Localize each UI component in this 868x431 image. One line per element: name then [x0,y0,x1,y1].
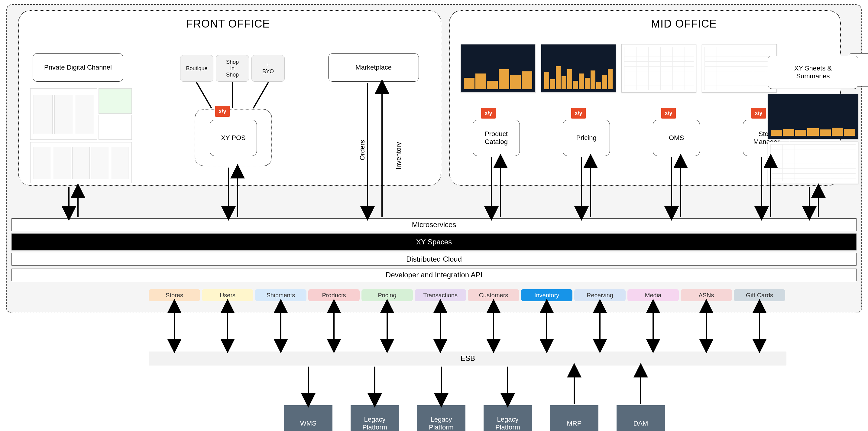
pos-chip-sis-label: Shop in Shop [226,59,239,78]
api-chip-media: Media [627,289,679,301]
mid-thumb-pricing [541,44,616,92]
xy-spaces-layer: XY Spaces [11,233,857,251]
api-chip-receiving: Receiving [574,289,626,301]
pricing-label: Pricing [576,134,596,142]
pricing-card: Pricing [563,120,610,156]
oms-card: OMS [653,120,700,156]
pdc-thumb-3 [98,115,132,140]
system-legacy-platform: Legacy Platform [484,405,532,431]
xy-sheets: XY Sheets & Summaries [768,56,858,89]
system-wms: WMS [284,405,333,431]
pos-chip-boutique: Boutique [180,55,213,82]
api-chip-customers: Customers [468,289,519,301]
xy-tag-catalog: x/y [481,108,496,119]
api-chip-inventory: Inventory [521,289,572,301]
mid-thumb-catalog [461,44,535,92]
microservices-label: Microservices [412,221,456,229]
product-catalog-card: Product Catalog [473,120,520,156]
xy-tag-pos: x/y [215,106,230,117]
distributed-cloud-label: Distributed Cloud [406,255,462,263]
inventory-label: Inventory [395,142,403,170]
xy-pos-card: XY POS [210,120,257,156]
mid-thumb-store [702,44,777,92]
dev-api-layer: Developer and Integration API [11,268,857,281]
xy-tag-oms: x/y [661,108,676,119]
xy-spaces-label: XY Spaces [416,238,452,246]
pdc-thumb-4 [30,142,132,183]
xy-sheets-thumb-1 [768,94,858,139]
microservices-layer: Microservices [11,219,857,231]
private-digital-channel-card: Private Digital Channel [33,53,123,82]
pdc-thumb-1 [30,88,97,140]
mid-office-title: MID OFFICE [651,18,717,30]
api-chip-stores: Stores [149,289,200,301]
orders-label: Orders [359,140,366,160]
front-office-title: FRONT OFFICE [186,18,270,30]
product-catalog-label: Product Catalog [485,130,508,146]
xy-sheets-label: XY Sheets & Summaries [794,64,832,80]
system-legacy-platform: Legacy Platform [350,405,399,431]
mid-thumb-oms [621,44,696,92]
system-legacy-platform: Legacy Platform [417,405,465,431]
pos-chip-shop-in-shop: Shop in Shop [216,55,249,82]
oms-label: OMS [669,134,684,142]
api-chip-shipments: Shipments [255,289,306,301]
system-mrp: MRP [550,405,598,431]
distributed-cloud-layer: Distributed Cloud [11,253,857,265]
marketplace-card: Marketplace [328,53,419,82]
api-chip-pricing: Pricing [362,289,413,301]
dev-api-label: Developer and Integration API [385,271,483,279]
xy-tag-store: x/y [751,108,766,119]
pdc-thumb-2 [98,88,132,114]
system-dam: DAM [617,405,665,431]
api-chip-gift-cards: Gift Cards [734,289,785,301]
private-digital-channel-label: Private Digital Channel [44,63,112,71]
api-chip-asns: ASNs [681,289,732,301]
xy-tag-pricing: x/y [571,108,586,119]
marketplace-label: Marketplace [355,63,392,71]
xy-pos-label: XY POS [221,134,246,142]
esb-layer: ESB [149,351,787,366]
xy-sheets-thumb-2 [768,142,858,184]
api-chip-transactions: Transactions [415,289,466,301]
api-chip-products: Products [308,289,360,301]
pos-chip-byo-label: + BYO [262,62,274,75]
api-chips-row: StoresUsersShipmentsProductsPricingTrans… [149,289,785,301]
pos-chip-byo: + BYO [251,55,285,82]
api-chip-users: Users [202,289,253,301]
esb-label: ESB [461,354,475,363]
pos-chip-boutique-label: Boutique [186,65,207,72]
